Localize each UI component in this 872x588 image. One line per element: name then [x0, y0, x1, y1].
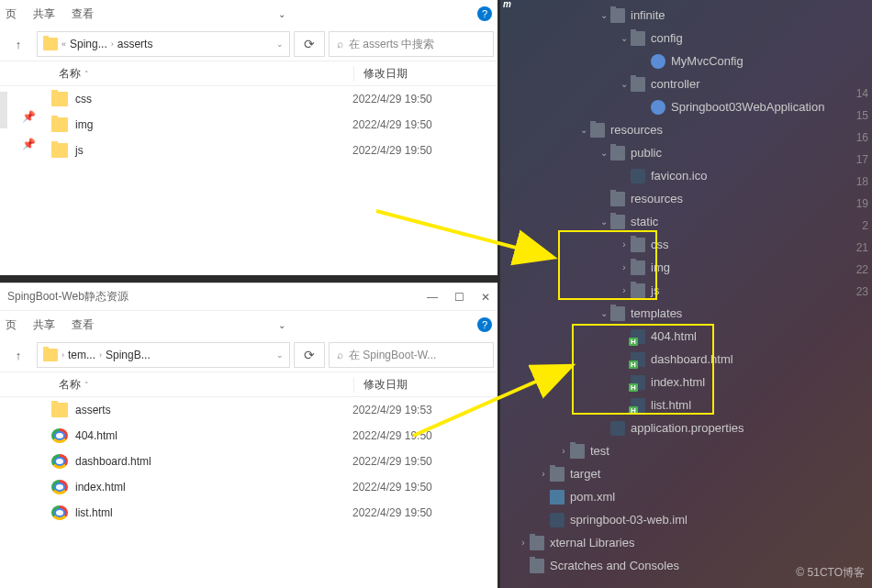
tree-item[interactable]: index.html — [500, 371, 872, 394]
tree-item[interactable]: ›js — [500, 279, 872, 302]
file-date: 2022/4/29 19:50 — [352, 144, 432, 157]
file-row[interactable]: dashboard.html2022/4/29 19:50 — [51, 449, 497, 474]
file-row[interactable]: list.html2022/4/29 19:50 — [51, 500, 497, 526]
list-header: 名称˄ 修改日期 — [0, 372, 497, 397]
tree-item[interactable]: ⌄infinite — [500, 4, 872, 27]
file-row[interactable]: img2022/4/29 19:50 — [51, 112, 497, 138]
breadcrumb-part[interactable]: Sping... — [70, 38, 107, 50]
tree-item[interactable]: ⌄controller — [500, 72, 872, 95]
tree-item[interactable]: ›xternal Libraries — [500, 531, 872, 554]
tree-item-label: MyMvcConfig — [671, 54, 743, 68]
line-number: 16 — [856, 127, 868, 149]
chevron-right-icon[interactable]: › — [557, 446, 570, 456]
breadcrumb-part[interactable]: SpingB... — [106, 349, 151, 361]
tab-prev[interactable]: 页 — [6, 317, 17, 333]
breadcrumb-part[interactable]: tem... — [68, 349, 95, 361]
line-number: 19 — [856, 193, 868, 215]
refresh-button[interactable]: ⟳ — [294, 31, 325, 57]
tree-item[interactable]: MyMvcConfig — [500, 50, 872, 72]
chevron-down-icon[interactable]: ⌄ — [598, 216, 610, 227]
tree-item[interactable]: ›test — [500, 439, 872, 462]
refresh-button[interactable]: ⟳ — [294, 342, 325, 368]
file-name: css — [75, 93, 352, 105]
column-name[interactable]: 名称˄ — [51, 66, 354, 82]
tab-view[interactable]: 查看 — [72, 317, 94, 333]
minimize-button[interactable]: — — [427, 291, 438, 304]
tree-item-label: Scratches and Consoles — [550, 559, 679, 572]
tree-item-label: static — [631, 215, 658, 228]
column-name[interactable]: 名称˄ — [51, 377, 354, 393]
nav-up-button[interactable]: ↑ — [4, 31, 33, 57]
sort-asc-icon: ˄ — [84, 70, 89, 79]
column-date[interactable]: 修改日期 — [354, 66, 497, 82]
chevron-down-icon[interactable]: ⌄ — [598, 10, 610, 20]
class-icon — [651, 100, 665, 115]
chevron-down-icon[interactable]: ⌄ — [278, 9, 285, 19]
help-icon[interactable]: ? — [477, 317, 492, 332]
chevron-right-icon[interactable]: › — [618, 262, 631, 272]
tree-item[interactable]: ›target — [500, 462, 872, 485]
chevron-down-icon[interactable]: ⌄ — [598, 148, 610, 158]
tree-item[interactable]: ⌄static — [500, 210, 872, 233]
chevron-right-icon[interactable]: › — [537, 469, 550, 479]
tree-item[interactable]: ⌄templates — [500, 302, 872, 325]
tree-item[interactable]: ⌄public — [500, 141, 872, 164]
tree-item[interactable]: favicon.ico — [500, 164, 872, 187]
tree-item[interactable]: ›img — [500, 256, 872, 279]
chevron-down-icon[interactable]: ⌄ — [278, 320, 285, 330]
tree-item[interactable]: springboot-03-web.iml — [500, 508, 872, 531]
tree-item[interactable]: resources — [500, 187, 872, 210]
tree-item[interactable]: ⌄resources — [500, 118, 872, 141]
tree-item-label: dashboard.html — [651, 352, 733, 366]
column-date[interactable]: 修改日期 — [354, 377, 497, 393]
maximize-button[interactable]: ☐ — [454, 291, 464, 304]
chevron-down-icon[interactable]: ⌄ — [598, 308, 610, 318]
file-row[interactable]: css2022/4/29 19:50 — [51, 86, 497, 112]
tree-item[interactable]: Springboot03WebApplication — [500, 95, 872, 118]
line-number: 15 — [856, 105, 868, 127]
chevron-down-icon[interactable]: ⌄ — [276, 39, 284, 49]
tree-item-label: controller — [651, 77, 699, 91]
chevron-right-icon[interactable]: › — [618, 239, 631, 250]
close-button[interactable]: ✕ — [481, 291, 490, 304]
tree-item[interactable]: list.html — [500, 394, 872, 416]
tab-view[interactable]: 查看 — [72, 6, 94, 22]
breadcrumb[interactable]: › tem... › SpingB... ⌄ — [37, 342, 290, 368]
tree-item[interactable]: ›css — [500, 233, 872, 256]
tree-item[interactable]: 404.html — [500, 325, 872, 348]
file-row[interactable]: index.html2022/4/29 19:50 — [51, 474, 497, 500]
tree-item-label: 404.html — [651, 329, 697, 343]
file-row[interactable]: 404.html2022/4/29 19:50 — [51, 423, 497, 449]
breadcrumb-part[interactable]: asserts — [117, 38, 153, 50]
search-input[interactable]: ⌕ 在 SpingBoot-W... — [329, 342, 494, 368]
tree-item[interactable]: dashboard.html — [500, 348, 872, 371]
search-input[interactable]: ⌕ 在 asserts 中搜索 — [329, 31, 494, 57]
tab-share[interactable]: 共享 — [33, 317, 55, 333]
file-name: asserts — [75, 404, 352, 416]
tab-prev[interactable]: 页 — [6, 6, 17, 22]
file-row[interactable]: js2022/4/29 19:50 — [51, 138, 497, 163]
tab-share[interactable]: 共享 — [33, 6, 55, 22]
chevron-down-icon[interactable]: ⌄ — [618, 33, 631, 43]
tree-item-label: config — [651, 31, 683, 45]
pin-icon[interactable]: 📌 — [22, 110, 39, 123]
folder-icon — [43, 38, 58, 50]
tree-item[interactable]: ⌄config — [500, 27, 872, 50]
pin-icon[interactable]: 📌 — [22, 138, 39, 150]
help-icon[interactable]: ? — [477, 6, 492, 21]
chevron-down-icon[interactable]: ⌄ — [276, 350, 284, 360]
file-row[interactable]: asserts2022/4/29 19:53 — [51, 397, 497, 423]
chevron-down-icon[interactable]: ⌄ — [618, 79, 631, 89]
breadcrumb[interactable]: « Sping... › asserts ⌄ — [37, 31, 290, 57]
chevron-right-icon[interactable]: › — [618, 285, 631, 295]
folder-icon — [570, 444, 585, 459]
chevron-right-icon[interactable]: › — [517, 538, 530, 548]
line-number: 2 — [856, 215, 868, 237]
line-number: 14 — [856, 83, 868, 105]
file-name: 404.html — [75, 429, 352, 442]
tree-item[interactable]: application.properties — [500, 416, 872, 439]
folder-icon — [610, 8, 625, 23]
tree-item[interactable]: pom.xml — [500, 485, 872, 508]
nav-up-button[interactable]: ↑ — [4, 342, 33, 368]
chevron-down-icon[interactable]: ⌄ — [577, 125, 590, 135]
